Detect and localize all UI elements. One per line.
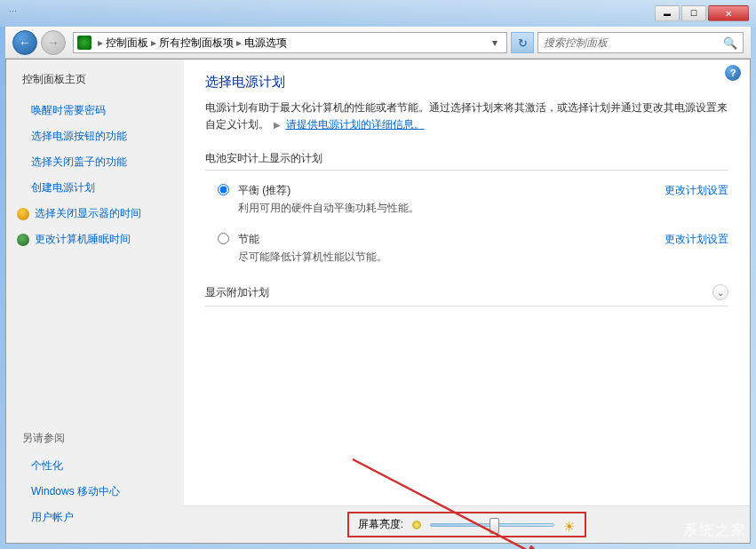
plan-balanced-name: 平衡 (推荐) xyxy=(238,183,647,198)
breadcrumb-item[interactable]: 所有控制面板项 xyxy=(159,36,234,51)
refresh-button[interactable] xyxy=(511,32,534,53)
sidebar-item-label: 更改计算机睡眠时间 xyxy=(35,232,131,247)
plan-balanced-radio[interactable] xyxy=(218,184,229,195)
breadcrumb-dropdown-icon[interactable]: ▾ xyxy=(487,36,503,49)
sidebar-link-power-button[interactable]: 选择电源按钮的功能 xyxy=(15,123,175,149)
plan-saver-edit-link[interactable]: 更改计划设置 xyxy=(664,232,728,247)
plan-balanced-edit-link[interactable]: 更改计划设置 xyxy=(664,183,728,198)
power-icon xyxy=(17,234,29,246)
window-body: 控制面板主页 唤醒时需要密码 选择电源按钮的功能 选择关闭盖子的功能 创建电源计… xyxy=(5,59,751,544)
navigation-bar: ▸ 控制面板 ▸ 所有控制面板项 ▸ 电源选项 ▾ 🔍 xyxy=(5,27,751,59)
brightness-label: 屏幕亮度: xyxy=(358,517,403,532)
breadcrumb-sep-icon: ▸ xyxy=(151,36,156,49)
back-button[interactable] xyxy=(12,30,37,55)
sidebar-link-wake-password[interactable]: 唤醒时需要密码 xyxy=(15,98,175,123)
chevron-down-icon[interactable] xyxy=(712,284,728,300)
breadcrumb-sep-icon: ▸ xyxy=(98,36,103,49)
brightness-slider[interactable] xyxy=(430,523,554,527)
window-title-hint: ··· xyxy=(9,5,17,16)
divider xyxy=(205,170,728,171)
plan-balanced: 平衡 (推荐) 利用可用的硬件自动平衡功耗与性能。 更改计划设置 xyxy=(205,183,728,216)
breadcrumb-item[interactable]: 电源选项 xyxy=(244,36,287,51)
see-also-personalization[interactable]: 个性化 xyxy=(15,453,175,479)
brightness-highlight-box: 屏幕亮度: xyxy=(347,512,586,537)
sidebar: 控制面板主页 唤醒时需要密码 选择电源按钮的功能 选择关闭盖子的功能 创建电源计… xyxy=(6,60,184,543)
plan-balanced-desc: 利用可用的硬件自动平衡功耗与性能。 xyxy=(238,201,647,216)
title-bar: ··· xyxy=(0,0,756,27)
breadcrumb-item[interactable]: 控制面板 xyxy=(106,36,148,51)
search-box[interactable]: 🔍 xyxy=(537,32,744,53)
forward-button[interactable] xyxy=(41,30,66,55)
breadcrumb[interactable]: ▸ 控制面板 ▸ 所有控制面板项 ▸ 电源选项 ▾ xyxy=(73,32,507,53)
breadcrumb-sep-icon: ▸ xyxy=(236,36,242,49)
minimize-button[interactable] xyxy=(655,5,680,21)
brightness-low-icon xyxy=(412,521,421,529)
plan-saver: 节能 尽可能降低计算机性能以节能。 更改计划设置 xyxy=(205,232,728,265)
sidebar-link-sleep-time[interactable]: 更改计算机睡眠时间 xyxy=(15,227,175,252)
brightness-slider-thumb[interactable] xyxy=(489,518,499,534)
see-also-user-accounts[interactable]: 用户帐户 xyxy=(15,505,175,530)
divider xyxy=(205,306,728,306)
plan-saver-name: 节能 xyxy=(238,232,647,247)
plan-saver-desc: 尽可能降低计算机性能以节能。 xyxy=(238,250,647,265)
help-icon[interactable] xyxy=(725,65,741,81)
brightness-high-icon xyxy=(563,519,576,531)
page-title: 选择电源计划 xyxy=(205,74,728,91)
shield-icon xyxy=(17,208,29,220)
power-options-icon xyxy=(77,36,92,50)
sidebar-link-close-lid[interactable]: 选择关闭盖子的功能 xyxy=(15,149,175,175)
sidebar-item-label: 选择关闭显示器的时间 xyxy=(35,206,141,221)
search-icon[interactable]: 🔍 xyxy=(723,36,737,50)
show-additional-plans-label: 显示附加计划 xyxy=(205,285,269,300)
maximize-button[interactable] xyxy=(681,5,706,21)
close-button[interactable] xyxy=(708,5,749,21)
see-also-mobility-center[interactable]: Windows 移动中心 xyxy=(15,479,175,505)
see-also-heading: 另请参阅 xyxy=(15,431,175,446)
search-input[interactable] xyxy=(544,36,723,49)
page-description: 电源计划有助于最大化计算机的性能或者节能。通过选择计划来将其激活，或选择计划并通… xyxy=(205,99,728,133)
desc-text: 电源计划有助于最大化计算机的性能或者节能。通过选择计划来将其激活，或选择计划并通… xyxy=(205,101,728,131)
plan-saver-radio[interactable] xyxy=(218,233,229,244)
desc-link[interactable]: 请提供电源计划的详细信息。 xyxy=(286,118,425,131)
main-content: 选择电源计划 电源计划有助于最大化计算机的性能或者节能。通过选择计划来将其激活，… xyxy=(184,60,750,543)
bottom-bar: 屏幕亮度: xyxy=(184,505,750,543)
show-additional-plans-row[interactable]: 显示附加计划 xyxy=(205,281,728,304)
section-shown-plans: 电池安时计上显示的计划 xyxy=(205,151,728,166)
sidebar-link-create-plan[interactable]: 创建电源计划 xyxy=(15,175,175,201)
sidebar-see-also: 另请参阅 个性化 Windows 移动中心 用户帐户 xyxy=(15,431,175,530)
pointer-icon: ▶ xyxy=(274,118,281,132)
sidebar-home-link[interactable]: 控制面板主页 xyxy=(15,72,175,87)
sidebar-link-display-off[interactable]: 选择关闭显示器的时间 xyxy=(15,201,175,227)
